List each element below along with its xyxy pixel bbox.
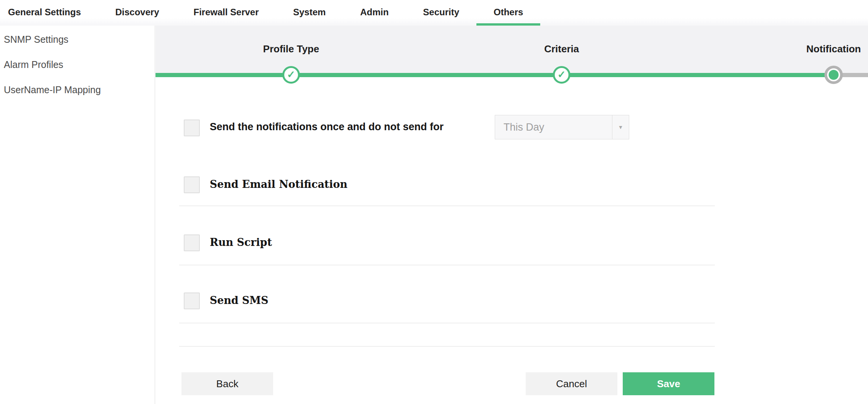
option-label-send-sms: Send SMS — [210, 294, 268, 306]
check-icon: ✓ — [287, 69, 295, 79]
tab-others[interactable]: Others — [476, 0, 540, 26]
step-indicator-profile-type: ✓ — [282, 66, 300, 84]
tab-system[interactable]: System — [276, 0, 343, 26]
tab-admin[interactable]: Admin — [343, 0, 406, 26]
tab-general-settings[interactable]: General Settings — [0, 0, 98, 26]
top-navigation: General Settings Discovery Firewall Serv… — [0, 0, 868, 26]
checkbox-send-sms[interactable] — [184, 292, 200, 309]
step-label-profile-type: Profile Type — [263, 43, 319, 55]
check-icon: ✓ — [557, 69, 566, 79]
tab-discovery[interactable]: Discovery — [98, 0, 177, 26]
step-label-notification: Notification — [806, 43, 861, 55]
sidebar-item-snmp-settings[interactable]: SNMP Settings — [0, 27, 155, 52]
checkbox-send-once[interactable] — [184, 120, 200, 136]
option-label-send-once: Send the notifications once and do not s… — [210, 121, 444, 133]
stepper-track-completed — [155, 73, 834, 77]
send-once-period-dropdown[interactable]: This Day ▼ — [495, 115, 629, 139]
tab-firewall-server[interactable]: Firewall Server — [176, 0, 276, 26]
save-button[interactable]: Save — [623, 372, 714, 395]
row-divider — [179, 323, 715, 323]
tab-security[interactable]: Security — [406, 0, 476, 26]
option-label-run-script: Run Script — [210, 236, 272, 248]
checkbox-run-script[interactable] — [184, 234, 200, 251]
row-divider — [179, 265, 715, 265]
dropdown-arrow-cell[interactable]: ▼ — [612, 115, 629, 139]
stepper-track — [155, 73, 868, 77]
option-label-send-email: Send Email Notification — [210, 178, 348, 190]
chevron-down-icon: ▼ — [618, 124, 623, 130]
settings-sidebar: SNMP Settings Alarm Profiles UserName-IP… — [0, 26, 155, 404]
tab-list: General Settings Discovery Firewall Serv… — [0, 0, 540, 26]
sidebar-item-alarm-profiles[interactable]: Alarm Profiles — [0, 52, 155, 77]
back-button[interactable]: Back — [181, 372, 273, 395]
cancel-button[interactable]: Cancel — [526, 372, 617, 395]
step-label-criteria: Criteria — [544, 43, 579, 55]
step-indicator-criteria: ✓ — [553, 66, 570, 84]
sidebar-item-username-ip-mapping[interactable]: UserName-IP Mapping — [0, 77, 155, 102]
dropdown-selected-value: This Day — [504, 115, 544, 139]
checkbox-send-email[interactable] — [184, 176, 200, 193]
wizard-stepper: Profile Type Criteria Notification — [155, 26, 868, 73]
alarm-profile-wizard: Profile Type Criteria Notification ✓ ✓ S… — [155, 26, 868, 404]
row-divider — [179, 205, 715, 206]
step-indicator-notification — [824, 66, 843, 84]
row-divider — [179, 346, 715, 347]
active-step-dot-icon — [829, 70, 839, 80]
settings-page: General Settings Discovery Firewall Serv… — [0, 0, 868, 404]
